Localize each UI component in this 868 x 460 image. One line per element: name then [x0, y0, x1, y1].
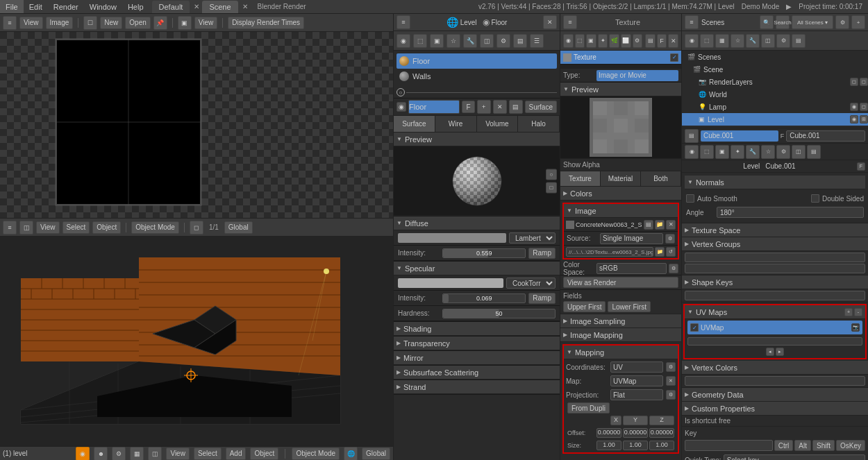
viewport-view-btn[interactable]: View: [36, 221, 60, 234]
tex-visible-1[interactable]: [670, 53, 678, 62]
auto-smooth-check[interactable]: [686, 194, 694, 203]
colorspace-value[interactable]: sRGB: [596, 263, 667, 274]
new-btn[interactable]: New: [100, 17, 122, 29]
tex-slot-1[interactable]: Texture: [560, 51, 681, 65]
obj-menu-icon[interactable]: ≡: [685, 15, 699, 29]
img-mapping-header[interactable]: ▶ Image Mapping: [560, 328, 681, 342]
diffuse-shader-select[interactable]: Lambert: [509, 232, 556, 244]
map-x-icon[interactable]: ✕: [666, 376, 676, 386]
viewport-bottom-icon3[interactable]: ⚙: [112, 447, 126, 461]
spec-slider[interactable]: 0.069: [442, 293, 526, 303]
view-type-icon[interactable]: ◻: [190, 221, 203, 235]
global-icon[interactable]: 🌐: [344, 447, 358, 461]
y-btn[interactable]: Y: [623, 416, 648, 425]
mirror-header[interactable]: ▶ Mirror: [394, 351, 560, 365]
mode-bottom-btn[interactable]: Object Mode: [292, 448, 340, 460]
plus-icon[interactable]: +: [477, 100, 491, 114]
lamp-icon1[interactable]: ◉: [850, 103, 858, 111]
spec-color[interactable]: [398, 278, 503, 288]
obj-top-icon2[interactable]: Search: [776, 15, 790, 29]
tree-scenes[interactable]: 🎬 Scenes: [682, 51, 868, 63]
lower-first-btn[interactable]: Lower First: [608, 301, 650, 312]
f-btn[interactable]: F: [462, 101, 474, 113]
view-as-render-btn[interactable]: View as Render: [563, 277, 678, 288]
tab-surface[interactable]: Surface: [394, 116, 435, 132]
pin-icon[interactable]: 📌: [153, 16, 167, 30]
viewport-bottom-icon1[interactable]: ◉: [76, 447, 90, 461]
floor-tab-header[interactable]: ◉ Floor: [483, 17, 508, 27]
level-icon1[interactable]: ◉: [850, 115, 858, 123]
tree-render-layers[interactable]: 📷 RenderLayers ◻ ◻: [682, 76, 868, 88]
image-editor-menu-icon[interactable]: ≡: [3, 16, 17, 30]
hardness-slider[interactable]: 50: [442, 309, 556, 318]
tex-preview-header[interactable]: ▼ Preview: [560, 83, 681, 96]
img-sampling-header[interactable]: ▶ Image Sampling: [560, 314, 681, 328]
offset-y-field[interactable]: 0.00000: [623, 428, 648, 438]
uvmap-camera-icon[interactable]: 📷: [851, 323, 860, 332]
coords-icon[interactable]: ⚙: [666, 362, 676, 372]
size-y-field[interactable]: 1.00: [623, 441, 648, 450]
geometry-data-header[interactable]: ▶ Geometry Data: [682, 388, 868, 402]
tex-tab-both[interactable]: Both: [641, 171, 681, 186]
uv-maps-header[interactable]: ▼ UV Maps + -: [685, 305, 865, 319]
rl-icon1[interactable]: ◻: [850, 78, 858, 86]
source-icon[interactable]: ⚙: [665, 234, 675, 244]
object-bottom-btn[interactable]: Object: [250, 448, 278, 460]
obj-icon3[interactable]: ▦: [715, 34, 729, 48]
mat-icon4[interactable]: ☆: [446, 34, 460, 48]
obj-scenes-select[interactable]: All Scenes ▾: [792, 15, 833, 29]
offset-z-field[interactable]: 0.00000: [649, 428, 674, 438]
tree-lamp[interactable]: 💡 Lamp ◉ ◻: [682, 101, 868, 113]
browse-icon[interactable]: ▤: [509, 100, 523, 114]
uvmap-check[interactable]: [690, 323, 699, 332]
obj-icon6[interactable]: ◫: [761, 34, 775, 48]
mat-circle-indicator[interactable]: ○: [397, 88, 405, 96]
z-btn[interactable]: Z: [649, 416, 674, 425]
mat-floor-btn[interactable]: Floor: [408, 100, 460, 114]
filepath-reload-icon[interactable]: ↺: [666, 247, 676, 257]
lamp-icon2[interactable]: ◻: [860, 103, 868, 111]
view-bottom-btn[interactable]: View: [166, 448, 190, 460]
tree-level[interactable]: ▣ Level ◉ ⊞: [682, 113, 868, 126]
tex-menu-icon[interactable]: ≡: [563, 15, 577, 29]
normals-header[interactable]: ▼ Normals: [685, 176, 865, 189]
specular-header[interactable]: ▼ Specular: [394, 262, 560, 275]
viewport-select-btn[interactable]: Select: [62, 221, 90, 234]
tex-icon7[interactable]: ⚙: [633, 34, 643, 48]
op-icon1[interactable]: ◉: [685, 145, 699, 159]
source-value[interactable]: Single Image: [600, 233, 663, 244]
filepath-browse-icon[interactable]: 📁: [655, 247, 665, 257]
uv-slider[interactable]: [687, 337, 862, 346]
spec-shader-select[interactable]: CookTorr: [506, 278, 556, 289]
filepath-field[interactable]: //...\..\..\2DTextu...ew0063_2_S.jpg: [566, 247, 653, 257]
add-bottom-btn[interactable]: Add: [226, 448, 247, 460]
ramp-btn[interactable]: Ramp: [528, 248, 556, 259]
image-btn[interactable]: Image: [46, 17, 74, 29]
projection-icon[interactable]: ⚙: [666, 390, 676, 400]
obj-top-icon1[interactable]: 🔍: [760, 15, 774, 29]
view-btn[interactable]: View: [19, 17, 43, 29]
obj-slider2[interactable]: [685, 264, 865, 273]
uv-prev-icon[interactable]: ◂: [766, 348, 774, 356]
tree-scene[interactable]: 🎬 Scene: [682, 63, 868, 76]
tex-icon2[interactable]: ⬚: [575, 34, 585, 48]
open-btn[interactable]: Open: [125, 17, 150, 29]
vertex-groups-header[interactable]: ▶ Vertex Groups: [682, 237, 868, 251]
op-icon7[interactable]: ⚙: [776, 145, 790, 159]
mat-menu-icon[interactable]: ≡: [397, 15, 410, 29]
rl-icon2[interactable]: ◻: [860, 78, 868, 86]
tex-scroll[interactable]: ▶ Colors ▼ Image ConcreteNew0063_2_S.jpg…: [560, 187, 681, 460]
mat-scroll[interactable]: Floor Walls ○ ◉ Floor F + ✕: [394, 51, 560, 460]
obj-props-icon[interactable]: ▤: [685, 129, 699, 143]
mat-icon1[interactable]: ◉: [397, 34, 410, 48]
tex-icon5[interactable]: 🌿: [609, 34, 619, 48]
offset-x-field[interactable]: 0.00000: [596, 428, 621, 438]
view-mode-icon[interactable]: ▣: [178, 16, 192, 30]
tex-icon6[interactable]: ⬜: [621, 34, 631, 48]
obj-slider1[interactable]: [685, 253, 865, 262]
view-btn2[interactable]: View: [194, 17, 218, 29]
vertex-colors-header[interactable]: ▶ Vertex Colors: [682, 361, 868, 375]
size-z-field[interactable]: 1.00: [649, 441, 674, 450]
op-icon2[interactable]: ⬚: [700, 145, 714, 159]
viewport-bottom-icon4[interactable]: ▦: [130, 447, 144, 461]
